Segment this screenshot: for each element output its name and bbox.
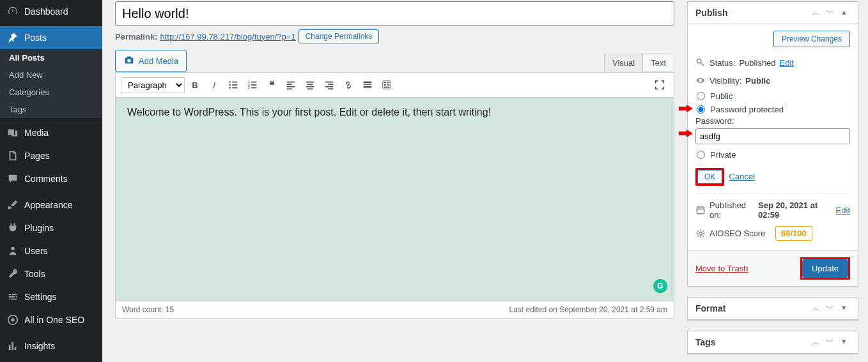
move-up-icon[interactable]: ︿ — [809, 7, 822, 19]
svg-rect-30 — [364, 86, 372, 88]
svg-rect-13 — [251, 84, 256, 86]
menu-posts[interactable]: Posts — [0, 26, 102, 49]
svg-rect-20 — [306, 82, 314, 83]
eye-icon — [695, 75, 706, 86]
aioseo-icon — [6, 313, 19, 326]
add-media-button[interactable]: Add Media — [115, 50, 187, 72]
editor-text: Welcome to WordPress. This is your first… — [127, 107, 491, 117]
svg-rect-25 — [328, 84, 333, 85]
quote-button[interactable]: ❝ — [263, 76, 281, 94]
svg-rect-35 — [387, 84, 390, 86]
menu-aioseo[interactable]: All in One SEO — [0, 308, 102, 331]
number-list-button[interactable]: 123 — [244, 76, 261, 94]
edit-date-link[interactable]: Edit — [836, 206, 850, 215]
menu-users[interactable]: Users — [0, 239, 102, 262]
menu-label: Media — [24, 128, 49, 138]
svg-rect-38 — [697, 207, 704, 213]
svg-text:3: 3 — [248, 86, 250, 89]
grammarly-icon[interactable]: G — [653, 279, 667, 293]
bullet-list-button[interactable] — [224, 76, 242, 94]
svg-point-0 — [11, 247, 14, 250]
toggle-icon[interactable]: ▴ — [837, 7, 850, 19]
menu-media[interactable]: Media — [0, 121, 102, 144]
users-icon — [6, 245, 19, 257]
toggle-icon[interactable]: ▾ — [837, 303, 850, 314]
dashboard-icon — [6, 5, 19, 18]
submenu-tags[interactable]: Tags — [0, 101, 102, 118]
svg-rect-7 — [232, 84, 237, 86]
format-title: Format — [695, 303, 725, 313]
cancel-link[interactable]: Cancel — [729, 172, 755, 181]
menu-pages[interactable]: Pages — [0, 144, 102, 167]
post-title-input[interactable] — [115, 1, 674, 26]
tab-text[interactable]: Text — [642, 54, 674, 72]
move-down-icon[interactable]: ﹀ — [823, 303, 836, 314]
preview-changes-button[interactable]: Preview Changes — [773, 31, 850, 47]
visibility-label: Visibility: — [709, 76, 741, 86]
svg-point-2 — [11, 318, 14, 321]
editor-tabs: Visual Text — [605, 54, 674, 72]
align-left-button[interactable] — [282, 76, 300, 94]
aioseo-score: 68/100 — [775, 226, 812, 241]
svg-rect-27 — [328, 88, 333, 89]
toggle-icon[interactable]: ▾ — [837, 336, 850, 348]
menu-comments[interactable]: Comments — [0, 167, 102, 190]
svg-rect-21 — [307, 84, 313, 85]
move-down-icon[interactable]: ﹀ — [823, 336, 836, 348]
calendar-icon — [695, 204, 706, 216]
svg-rect-19 — [287, 88, 292, 89]
fullscreen-button[interactable] — [651, 76, 669, 94]
move-to-trash-link[interactable]: Move to Trash — [695, 264, 748, 273]
menu-label: Pages — [24, 151, 50, 161]
tab-visual[interactable]: Visual — [604, 54, 643, 72]
submenu-categories[interactable]: Categories — [0, 84, 102, 101]
link-button[interactable] — [339, 76, 357, 94]
edit-status-link[interactable]: Edit — [780, 58, 794, 68]
radio-public[interactable] — [697, 92, 705, 100]
menu-plugins[interactable]: Plugins — [0, 216, 102, 239]
editor-content[interactable]: Welcome to WordPress. This is your first… — [115, 97, 674, 301]
pin-icon — [6, 31, 19, 44]
comments-icon — [6, 172, 19, 185]
menu-insights[interactable]: Insights — [0, 335, 102, 358]
menu-tools[interactable]: Tools — [0, 262, 102, 285]
editor-toolbar: Paragraph B I 123 ❝ — [115, 72, 674, 97]
svg-rect-17 — [287, 84, 292, 85]
change-permalinks-button[interactable]: Change Permalinks — [298, 29, 380, 43]
camera-icon — [123, 54, 135, 68]
menu-label: Comments — [24, 174, 68, 184]
bold-button[interactable]: B — [186, 76, 204, 94]
format-select[interactable]: Paragraph — [121, 77, 185, 93]
admin-sidebar: Dashboard Posts All Posts Add New Catego… — [0, 0, 102, 362]
password-input[interactable] — [695, 128, 850, 144]
word-count: Word count: 15 — [122, 305, 174, 314]
menu-settings[interactable]: Settings — [0, 285, 102, 308]
format-box: Format ︿ ﹀ ▾ — [687, 297, 858, 321]
move-up-icon[interactable]: ︿ — [809, 303, 822, 314]
menu-dashboard[interactable]: Dashboard — [0, 0, 102, 23]
menu-label: Users — [24, 246, 48, 256]
pages-icon — [6, 149, 19, 162]
visibility-value: Public — [745, 76, 770, 86]
radio-private[interactable] — [697, 151, 705, 159]
align-right-button[interactable] — [320, 76, 338, 94]
radio-password[interactable] — [697, 105, 705, 114]
svg-rect-32 — [384, 82, 387, 84]
toolbar-toggle-button[interactable] — [378, 76, 396, 94]
ok-button[interactable]: OK — [697, 170, 722, 184]
submenu-all-posts[interactable]: All Posts — [0, 49, 102, 66]
permalink-label: Permalink: — [115, 32, 157, 41]
svg-rect-36 — [384, 87, 390, 88]
menu-appearance[interactable]: Appearance — [0, 193, 102, 216]
menu-label: Plugins — [24, 223, 54, 233]
move-down-icon[interactable]: ﹀ — [823, 7, 836, 19]
svg-point-8 — [229, 87, 231, 89]
submenu-add-new[interactable]: Add New — [0, 66, 102, 84]
permalink-url[interactable]: http://167.99.78.217/blog/tuyen/?p=1 — [160, 32, 295, 41]
read-more-button[interactable] — [359, 76, 376, 94]
published-on-label: Published on: — [709, 200, 754, 220]
italic-button[interactable]: I — [205, 76, 223, 94]
align-center-button[interactable] — [301, 76, 319, 94]
move-up-icon[interactable]: ︿ — [809, 336, 822, 348]
update-button[interactable]: Update — [802, 259, 848, 278]
